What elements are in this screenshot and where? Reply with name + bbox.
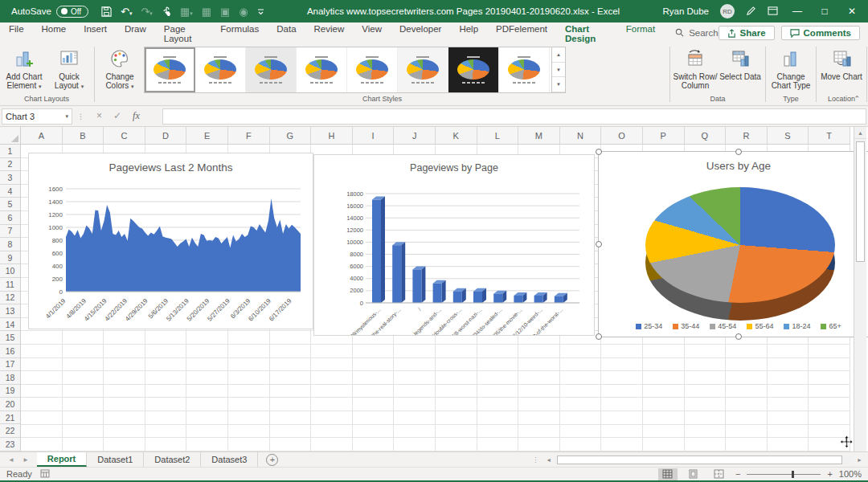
row-header-15[interactable]: 15 [0, 331, 21, 345]
touch-mouse-mode-icon[interactable] [162, 6, 171, 17]
ribbon-tab-file[interactable]: File [0, 20, 33, 47]
row-header-2[interactable]: 2 [0, 158, 21, 172]
row-header-6[interactable]: 6 [0, 211, 21, 225]
ribbon-tab-developer[interactable]: Developer [391, 20, 450, 47]
column-header-Q[interactable]: Q [685, 127, 727, 145]
row-header-17[interactable]: 17 [0, 358, 21, 372]
maximize-button[interactable]: □ [817, 6, 833, 17]
row-header-14[interactable]: 14 [0, 318, 21, 332]
row-header-20[interactable]: 20 [0, 398, 21, 411]
ribbon-tab-pdfelement[interactable]: PDFelement [487, 20, 556, 47]
ribbon-tab-formulas[interactable]: Formulas [211, 20, 268, 47]
column-header-M[interactable]: M [518, 127, 560, 145]
chart-style-thumbnail-6[interactable] [398, 47, 448, 92]
ribbon-tab-help[interactable]: Help [450, 20, 487, 47]
bar-chart-pageviews-by-page[interactable]: Pageviews by Page02000400060008000100001… [313, 154, 595, 336]
formula-input[interactable] [162, 108, 866, 125]
zoom-slider-thumb[interactable] [792, 471, 794, 478]
selection-handle-top-center[interactable] [735, 149, 742, 155]
ribbon-tab-chart-design[interactable]: Chart Design [556, 20, 617, 47]
undo-icon[interactable]: ↶▾ [121, 6, 132, 18]
select-all-corner[interactable] [0, 127, 21, 145]
change-chart-type-button[interactable]: Change Chart Type [768, 46, 813, 90]
chart-style-thumbnail-5[interactable] [347, 47, 398, 92]
sheet-nav-right-icon[interactable]: ► [23, 456, 29, 464]
row-header-13[interactable]: 13 [0, 304, 21, 318]
row-header-4[interactable]: 4 [0, 185, 21, 198]
avatar[interactable]: RD [720, 4, 735, 18]
sheet-tab-dataset3[interactable]: Dataset3 [201, 452, 258, 467]
autosave-toggle[interactable]: Off [56, 6, 88, 18]
row-header-21[interactable]: 21 [0, 411, 21, 425]
row-header-23[interactable]: 23 [0, 438, 21, 451]
ribbon-tab-review[interactable]: Review [305, 20, 354, 47]
sheet-tab-dataset1[interactable]: Dataset1 [87, 452, 144, 467]
pie-chart-users-by-age[interactable]: Users by Age 25-3435-4445-5455-6418-2465… [598, 151, 868, 337]
sheet-tab-dataset2[interactable]: Dataset2 [144, 452, 201, 467]
row-header-5[interactable]: 5 [0, 198, 21, 211]
column-header-E[interactable]: E [186, 127, 228, 145]
column-header-O[interactable]: O [601, 127, 643, 145]
column-header-N[interactable]: N [560, 127, 602, 145]
autosave-control[interactable]: AutoSave Off [11, 6, 88, 18]
row-header-9[interactable]: 9 [0, 251, 21, 265]
change-colors-button[interactable]: Change Colors ▾ [97, 46, 142, 91]
macro-record-icon[interactable] [40, 469, 50, 480]
comments-button[interactable]: Comments [781, 26, 860, 40]
tab-splitter[interactable]: ⋮ [532, 456, 538, 464]
quick-layout-button[interactable]: Quick Layout ▾ [47, 46, 92, 91]
horizontal-scrollbar[interactable] [555, 455, 853, 464]
row-header-7[interactable]: 7 [0, 225, 21, 239]
customize-qat-icon[interactable] [257, 8, 264, 15]
scroll-left-icon[interactable]: ◄ [543, 457, 554, 463]
page-break-view-icon[interactable] [710, 468, 729, 480]
area-chart-pageviews-last-2-months[interactable]: Pageviews Last 2 Months02004006008001000… [28, 153, 313, 329]
ribbon-display-options-icon[interactable] [768, 6, 778, 17]
move-chart-button[interactable]: Move Chart [819, 46, 864, 81]
row-header-11[interactable]: 11 [0, 278, 21, 292]
new-sheet-button[interactable]: + [266, 454, 278, 466]
pie-3d-top[interactable] [645, 187, 835, 303]
column-header-A[interactable]: A [21, 127, 63, 145]
pencil-icon[interactable] [746, 6, 756, 18]
selection-handle-top-left[interactable] [596, 149, 602, 155]
row-header-18[interactable]: 18 [0, 371, 21, 385]
row-header-12[interactable]: 12 [0, 292, 21, 305]
column-header-F[interactable]: F [228, 127, 270, 145]
column-header-S[interactable]: S [768, 127, 809, 145]
search-box[interactable]: Search [675, 28, 718, 39]
select-data-button[interactable]: Select Data [718, 46, 763, 81]
column-header-C[interactable]: C [104, 127, 145, 145]
normal-view-icon[interactable] [658, 468, 678, 480]
column-header-K[interactable]: K [436, 127, 477, 145]
zoom-in-icon[interactable]: + [827, 469, 832, 479]
row-header-22[interactable]: 22 [0, 424, 21, 438]
minimize-button[interactable]: — [789, 6, 805, 17]
collapse-ribbon-icon[interactable]: ⌃ [854, 95, 860, 103]
horizontal-scroll-thumb[interactable] [557, 455, 842, 464]
insert-function-icon[interactable]: fx [133, 110, 140, 122]
ribbon-tab-insert[interactable]: Insert [75, 20, 116, 47]
gallery-more-icon[interactable]: ▼ [552, 77, 565, 92]
row-header-1[interactable]: 1 [0, 145, 21, 158]
name-box-dropdown-icon[interactable]: ▾ [65, 113, 68, 120]
ribbon-tab-page-layout[interactable]: Page Layout [155, 20, 212, 47]
ribbon-tab-view[interactable]: View [353, 20, 391, 47]
column-header-I[interactable]: I [353, 127, 395, 145]
column-header-B[interactable]: B [63, 127, 104, 145]
sheet-nav-left-icon[interactable]: ◄ [8, 456, 14, 464]
chart-style-thumbnail-3[interactable] [246, 47, 297, 92]
formula-bar-splitter[interactable]: ⋮ [77, 112, 85, 120]
gallery-scroll-up-icon[interactable]: ▲ [552, 47, 565, 63]
chart-style-thumbnail-4[interactable] [297, 47, 347, 92]
redo-icon[interactable]: ↷▾ [141, 6, 152, 18]
chart-style-thumbnail-2[interactable] [195, 47, 246, 92]
column-header-P[interactable]: P [643, 127, 685, 145]
chart-style-thumbnail-1[interactable] [145, 47, 195, 92]
save-icon[interactable] [101, 6, 112, 17]
selection-handle-bottom-center[interactable] [735, 333, 742, 340]
row-header-16[interactable]: 16 [0, 345, 21, 358]
close-button[interactable]: ✕ [844, 6, 860, 17]
column-header-J[interactable]: J [394, 127, 436, 145]
add-chart-element-button[interactable]: Add Chart Element ▾ [2, 46, 47, 91]
